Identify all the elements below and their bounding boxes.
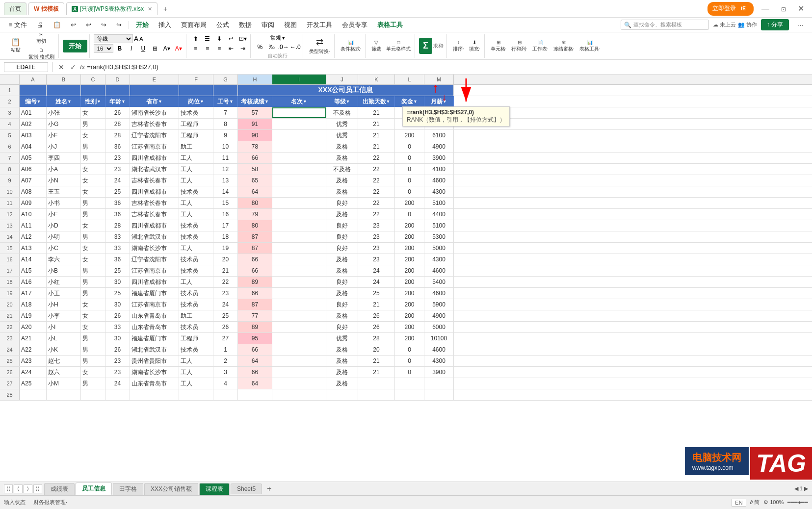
cell-m28[interactable]: [424, 389, 454, 400]
menu-insert[interactable]: 插入: [154, 19, 176, 31]
cell-M14[interactable]: 5300: [424, 231, 454, 242]
cell-J9[interactable]: 及格: [326, 175, 358, 186]
cell-D26[interactable]: 23: [105, 367, 130, 378]
cell-C25[interactable]: 男: [81, 356, 105, 366]
cell-A6[interactable]: A04: [20, 141, 47, 152]
cell-J20[interactable]: 良好: [326, 299, 358, 310]
cell-C17[interactable]: 男: [81, 265, 105, 276]
cell-L5[interactable]: 200: [395, 130, 424, 141]
menu-review[interactable]: 审阅: [257, 19, 279, 31]
row-num-3[interactable]: 3: [0, 107, 20, 118]
cell-C27[interactable]: 男: [81, 378, 105, 389]
cell-D17[interactable]: 25: [105, 265, 130, 276]
cell-J12[interactable]: 及格: [326, 209, 358, 220]
row-num-26[interactable]: 26: [0, 367, 20, 378]
cell-B5[interactable]: 小F: [47, 130, 81, 141]
cell-E22[interactable]: 山东省青岛市: [130, 322, 179, 332]
cell-F19[interactable]: 技术员: [179, 288, 213, 299]
cell-b28[interactable]: [47, 389, 81, 400]
cell-B13[interactable]: 小D: [47, 220, 81, 231]
border-button[interactable]: ⊞: [150, 44, 160, 53]
cell-I23[interactable]: [272, 333, 326, 344]
cell-B10[interactable]: 王五: [47, 186, 81, 197]
minimize-button[interactable]: —: [758, 3, 773, 14]
cell-C22[interactable]: 女: [81, 322, 105, 332]
start-ribbon-button[interactable]: 开始: [63, 40, 87, 52]
cell-D20[interactable]: 30: [105, 299, 130, 310]
cell-M10[interactable]: 4300: [424, 186, 454, 197]
cell-C6[interactable]: 男: [81, 141, 105, 152]
cond-format-button[interactable]: 📊 条件格式·: [339, 39, 364, 53]
cell-K12[interactable]: 22: [358, 209, 395, 220]
cell-B15[interactable]: 小C: [47, 243, 81, 254]
cell-E26[interactable]: 湖南省长沙市: [130, 367, 179, 378]
cell-M20[interactable]: 5900: [424, 299, 454, 310]
cell-J24[interactable]: 及格: [326, 344, 358, 355]
menu-redo2[interactable]: ↪: [111, 19, 127, 30]
col-header-c[interactable]: C: [81, 75, 105, 84]
cell-C19[interactable]: 男: [81, 288, 105, 299]
cell-B14[interactable]: 小明: [47, 231, 81, 242]
cell-H10[interactable]: 64: [238, 186, 272, 197]
cell-E12[interactable]: 吉林省长春市: [130, 209, 179, 220]
row-num-28[interactable]: 28: [0, 389, 20, 400]
underline-button[interactable]: U: [138, 44, 149, 53]
cell-J23[interactable]: 优秀: [326, 333, 358, 344]
cell-E25[interactable]: 贵州省贵阳市: [130, 356, 179, 366]
cell-H4[interactable]: 91: [238, 119, 272, 129]
cell-C20[interactable]: 女: [81, 299, 105, 310]
cell-D3[interactable]: 26: [105, 107, 130, 118]
cell-L15[interactable]: 200: [395, 243, 424, 254]
sheet-nav-first[interactable]: ⟨⟨: [4, 484, 13, 493]
cell-I22[interactable]: [272, 322, 326, 332]
cell-K14[interactable]: 23: [358, 231, 395, 242]
cell-L10[interactable]: 0: [395, 186, 424, 197]
cell-b1[interactable]: [47, 85, 81, 96]
cell-A26[interactable]: A24: [20, 367, 47, 378]
menu-data[interactable]: 数据: [234, 19, 257, 31]
cell-H20[interactable]: 87: [238, 299, 272, 310]
cell-M7[interactable]: 3900: [424, 153, 454, 163]
header-g2[interactable]: 工号 ▼: [213, 96, 238, 107]
cell-G7[interactable]: 11: [213, 153, 238, 163]
cell-H13[interactable]: 80: [238, 220, 272, 231]
cell-I10[interactable]: [272, 186, 326, 197]
cell-J18[interactable]: 良好: [326, 277, 358, 287]
cell-J8[interactable]: 不及格: [326, 164, 358, 175]
align-center-button[interactable]: ≡: [202, 44, 213, 53]
cell-A23[interactable]: A21: [20, 333, 47, 344]
cell-K8[interactable]: 22: [358, 164, 395, 175]
cell-D24[interactable]: 26: [105, 344, 130, 355]
tab-sales[interactable]: XXX公司销售额: [144, 483, 198, 495]
cell-C5[interactable]: 女: [81, 130, 105, 141]
cell-K13[interactable]: 23: [358, 220, 395, 231]
menu-start[interactable]: 开始: [131, 19, 154, 31]
cell-L23[interactable]: 200: [395, 333, 424, 344]
cell-G14[interactable]: 18: [213, 231, 238, 242]
cell-G6[interactable]: 10: [213, 141, 238, 152]
cell-G24[interactable]: 1: [213, 344, 238, 355]
cell-J4[interactable]: 优秀: [326, 119, 358, 129]
cell-A27[interactable]: A25: [20, 378, 47, 389]
menu-page-layout[interactable]: 页面布局: [176, 19, 211, 31]
cell-K23[interactable]: 28: [358, 333, 395, 344]
cell-E21[interactable]: 山东省青岛市: [130, 310, 179, 321]
cell-I13[interactable]: [272, 220, 326, 231]
cell-H8[interactable]: 58: [238, 164, 272, 175]
tab-employees[interactable]: 员工信息: [76, 483, 112, 495]
cell-G19[interactable]: 23: [213, 288, 238, 299]
cell-G3[interactable]: 7: [213, 107, 238, 118]
cell-A19[interactable]: A17: [20, 288, 47, 299]
cell-B6[interactable]: 小J: [47, 141, 81, 152]
menu-vip[interactable]: 会员专享: [337, 19, 372, 31]
cell-E7[interactable]: 四川省成都市: [130, 153, 179, 163]
cell-I24[interactable]: [272, 344, 326, 355]
cell-C12[interactable]: 男: [81, 209, 105, 220]
cell-B18[interactable]: 小红: [47, 277, 81, 287]
cell-I8[interactable]: [272, 164, 326, 175]
cell-j28[interactable]: [326, 389, 358, 400]
cell-B23[interactable]: 小L: [47, 333, 81, 344]
cell-J5[interactable]: 优秀: [326, 130, 358, 141]
cell-L26[interactable]: 0: [395, 367, 424, 378]
cell-B25[interactable]: 赵七: [47, 356, 81, 366]
